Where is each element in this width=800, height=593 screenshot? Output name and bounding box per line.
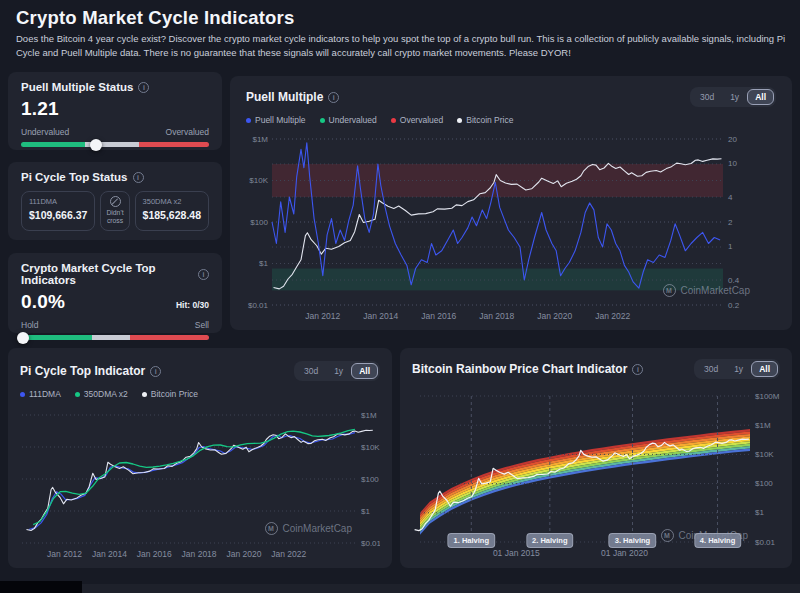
- svg-text:$1M: $1M: [755, 421, 771, 430]
- svg-text:Jan 2020: Jan 2020: [537, 311, 572, 321]
- svg-text:$1M: $1M: [252, 135, 268, 144]
- slider-segment: [21, 335, 92, 340]
- svg-text:$1: $1: [361, 507, 370, 516]
- page-description: Does the Bitcoin 4 year cycle exist? Dis…: [16, 32, 788, 61]
- legend-dot-icon: [75, 392, 80, 397]
- halving-badge: 4. Halving: [694, 533, 741, 548]
- svg-text:$0.01: $0.01: [755, 538, 776, 547]
- svg-text:Jan 2014: Jan 2014: [92, 549, 127, 559]
- watermark-text: CoinMarketCap: [283, 523, 352, 534]
- legend-dot-icon: [142, 392, 147, 397]
- info-icon[interactable]: [328, 92, 339, 103]
- legend-item[interactable]: 111DMA: [20, 389, 61, 399]
- slider-segment: [130, 335, 209, 340]
- halving-badge: 1. Halving: [448, 533, 495, 548]
- top-indicators-value: 0.0%: [21, 291, 65, 313]
- time-range-selector: 30d1yAll: [690, 87, 776, 107]
- pi-cycle-chart-legend: 111DMA350DMA x2Bitcoin Price: [20, 387, 380, 401]
- rainbow-chart-title: Bitcoin Rainbow Price Chart Indicator: [412, 362, 627, 376]
- puell-multiple-chart-card: Puell Multiple 30d1yAll Puell MultipleUn…: [230, 76, 792, 330]
- time-range-30d-button[interactable]: 30d: [696, 361, 726, 377]
- info-icon[interactable]: [632, 364, 643, 375]
- info-icon[interactable]: [133, 172, 144, 183]
- sell-label: Sell: [195, 320, 209, 330]
- svg-text:$100: $100: [361, 475, 379, 484]
- top-indicators-title: Crypto Market Cycle Top Indicators: [21, 262, 193, 286]
- market-top-slider[interactable]: [21, 335, 209, 340]
- time-range-1y-button[interactable]: 1y: [722, 89, 747, 105]
- rainbow-chart: $100M$1M$10K$100$1$0.0101 Jan 201501 Jan…: [412, 388, 780, 568]
- svg-text:$1M: $1M: [361, 411, 377, 420]
- svg-text:Jan 2018: Jan 2018: [182, 549, 217, 559]
- svg-text:$0.01: $0.01: [361, 539, 380, 548]
- svg-text:$1: $1: [259, 259, 268, 268]
- time-range-all-button[interactable]: All: [751, 361, 778, 377]
- dma-350-label: 350DMA x2: [143, 197, 201, 206]
- legend-item[interactable]: Bitcoin Price: [457, 115, 513, 125]
- slider-segment: [21, 142, 85, 147]
- no-cross-icon: [110, 196, 121, 207]
- info-icon[interactable]: [150, 366, 161, 377]
- puell-status-title: Puell Multiple Status: [21, 81, 133, 93]
- crypto-market-cycle-page: Crypto Market Cycle Indicators Does the …: [0, 0, 800, 593]
- legend-item[interactable]: Overvalued: [391, 115, 443, 125]
- svg-text:Jan 2012: Jan 2012: [305, 311, 340, 321]
- slider-handle[interactable]: [17, 332, 29, 344]
- legend-item[interactable]: Puell Multiple: [246, 115, 306, 125]
- puell-multiple-value: 1.21: [21, 98, 209, 120]
- legend-item[interactable]: 350DMA x2: [75, 389, 128, 399]
- time-range-selector: 30d1yAll: [694, 359, 780, 379]
- slider-segment: [92, 335, 130, 340]
- dma-111-box: 111DMA $109,666.37: [21, 191, 95, 231]
- svg-text:Jan 2022: Jan 2022: [271, 549, 306, 559]
- legend-dot-icon: [457, 118, 462, 123]
- time-range-1y-button[interactable]: 1y: [326, 363, 351, 379]
- series-bitcoin-price: [27, 430, 373, 530]
- time-range-30d-button[interactable]: 30d: [296, 363, 326, 379]
- picycle-chart-svg: $1M$10K$100$1$0.01Jan 2012Jan 2014Jan 20…: [20, 405, 380, 567]
- legend-item[interactable]: Undervalued: [320, 115, 377, 125]
- svg-text:$100: $100: [755, 479, 773, 488]
- svg-text:20: 20: [728, 135, 737, 144]
- time-range-1y-button[interactable]: 1y: [726, 361, 751, 377]
- legend-item[interactable]: Bitcoin Price: [142, 389, 198, 399]
- puell-chart-svg: $1M$10K$100$1$0.0120104210.40.2Jan 2012J…: [246, 131, 776, 327]
- time-range-all-button[interactable]: All: [351, 363, 378, 379]
- svg-text:01 Jan 2020: 01 Jan 2020: [601, 548, 648, 558]
- svg-text:10: 10: [728, 159, 737, 168]
- svg-text:0.2: 0.2: [728, 301, 740, 310]
- page-title: Crypto Market Cycle Indicators: [16, 7, 294, 29]
- pi-cycle-status-title: Pi Cycle Top Status: [21, 171, 128, 183]
- svg-text:1: 1: [728, 242, 733, 251]
- legend-dot-icon: [20, 392, 25, 397]
- svg-text:Jan 2012: Jan 2012: [47, 549, 82, 559]
- overvalued-label: Overvalued: [166, 127, 209, 137]
- coinmarketcap-watermark: CoinMarketCap: [265, 522, 352, 535]
- svg-text:01 Jan 2015: 01 Jan 2015: [493, 548, 540, 558]
- slider-handle[interactable]: [90, 139, 102, 151]
- scrollbar-thumb[interactable]: [0, 581, 82, 593]
- dma-350-box: 350DMA x2 $185,628.48: [135, 191, 209, 231]
- svg-text:Jan 2016: Jan 2016: [421, 311, 456, 321]
- svg-text:$100: $100: [250, 218, 268, 227]
- puell-status-slider[interactable]: [21, 142, 209, 147]
- pi-cycle-top-status-card: Pi Cycle Top Status 111DMA $109,666.37 D…: [8, 162, 222, 240]
- slider-segment: [139, 142, 209, 147]
- svg-text:$100M: $100M: [755, 392, 780, 401]
- svg-text:$10K: $10K: [361, 443, 380, 452]
- time-range-30d-button[interactable]: 30d: [692, 89, 722, 105]
- info-icon[interactable]: [198, 269, 209, 280]
- svg-text:$10K: $10K: [249, 176, 268, 185]
- time-range-all-button[interactable]: All: [747, 89, 774, 105]
- pi-cycle-chart-card: Pi Cycle Top Indicator 30d1yAll 111DMA35…: [8, 348, 392, 568]
- time-range-selector: 30d1yAll: [294, 361, 380, 381]
- halving-badge: 2. Halving: [526, 533, 573, 548]
- puell-chart-title: Puell Multiple: [246, 90, 323, 104]
- horizontal-scrollbar[interactable]: [0, 584, 800, 593]
- halving-badge: 3. Halving: [609, 533, 656, 548]
- legend-dot-icon: [320, 118, 325, 123]
- info-icon[interactable]: [138, 82, 149, 93]
- puell-chart: $1M$10K$100$1$0.0120104210.40.2Jan 2012J…: [246, 131, 776, 327]
- coinmarketcap-logo-icon: [661, 529, 674, 542]
- dma-350-value: $185,628.48: [143, 209, 201, 221]
